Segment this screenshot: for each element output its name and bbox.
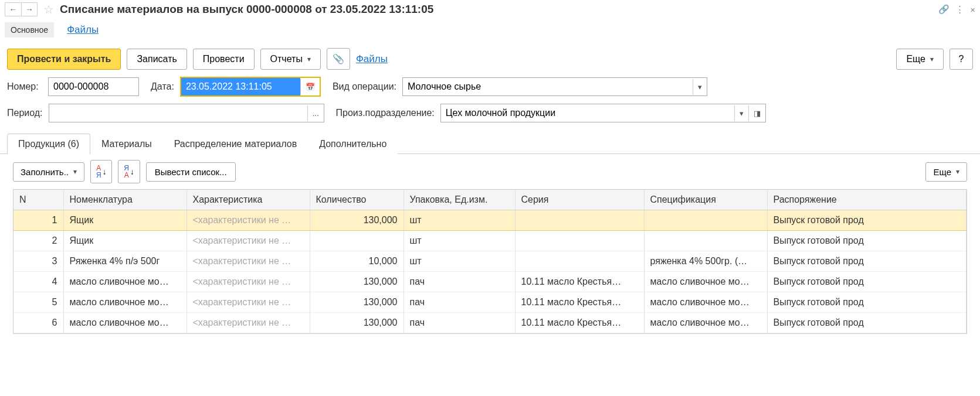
- cell-quantity: 130,000: [310, 210, 403, 231]
- cell-nomenclature: масло сливочное мо…: [63, 272, 186, 292]
- department-input[interactable]: [441, 104, 734, 122]
- paperclip-icon: 📎: [333, 53, 344, 64]
- number-label: Номер:: [7, 81, 42, 92]
- cell-quantity: [310, 231, 403, 251]
- cell-quantity: 130,000: [310, 313, 403, 333]
- cell-characteristic: <характеристики не …: [186, 231, 310, 251]
- tab-extra[interactable]: Дополнительно: [308, 134, 398, 154]
- table-row[interactable]: 6масло сливочное мо…<характеристики не ……: [13, 313, 967, 333]
- cell-unit: шт: [403, 251, 515, 272]
- files-link[interactable]: Файлы: [356, 53, 388, 65]
- cell-order: Выпуск готовой прод: [767, 251, 967, 272]
- cell-n: 2: [13, 231, 63, 251]
- products-table: N Номенклатура Характеристика Количество…: [13, 190, 967, 333]
- cell-series: 10.11 масло Крестья…: [515, 272, 644, 292]
- nav-back-button[interactable]: ←: [5, 2, 21, 16]
- post-and-close-button[interactable]: Провести и закрыть: [7, 49, 121, 70]
- cell-unit: пач: [403, 272, 515, 292]
- cell-quantity: 10,000: [310, 251, 403, 272]
- cell-unit: шт: [403, 210, 515, 231]
- operation-type-label: Вид операции:: [333, 81, 396, 92]
- star-icon[interactable]: ☆: [40, 2, 57, 16]
- cell-spec: масло сливочное мо…: [644, 313, 767, 333]
- cell-series: [515, 251, 644, 272]
- col-header-spec[interactable]: Спецификация: [644, 190, 767, 210]
- close-icon[interactable]: ×: [970, 5, 975, 15]
- cell-nomenclature: масло сливочное мо…: [63, 313, 186, 333]
- cell-quantity: 130,000: [310, 272, 403, 292]
- cell-spec: [644, 210, 767, 231]
- cell-nomenclature: масло сливочное мо…: [63, 292, 186, 313]
- open-icon: ◨: [754, 109, 761, 118]
- cell-characteristic: <характеристики не …: [186, 313, 310, 333]
- calendar-button[interactable]: 📅: [300, 79, 320, 95]
- tab-products[interactable]: Продукция (6): [7, 134, 90, 154]
- subnav-main[interactable]: Основное: [5, 22, 54, 37]
- col-header-unit[interactable]: Упаковка, Ед.изм.: [403, 190, 515, 210]
- cell-spec: масло сливочное мо…: [644, 292, 767, 313]
- cell-spec: масло сливочное мо…: [644, 272, 767, 292]
- table-row[interactable]: 4масло сливочное мо…<характеристики не ……: [13, 272, 967, 292]
- kebab-menu-icon[interactable]: ⋮: [955, 4, 964, 15]
- col-header-order[interactable]: Распоряжение: [767, 190, 967, 210]
- cell-series: 10.11 масло Крестья…: [515, 313, 644, 333]
- cell-n: 3: [13, 251, 63, 272]
- tab-distribution[interactable]: Распределение материалов: [163, 134, 308, 154]
- tab-materials[interactable]: Материалы: [90, 134, 163, 154]
- cell-n: 1: [13, 210, 63, 231]
- cell-nomenclature: Ряженка 4% п/э 500г: [63, 251, 186, 272]
- cell-order: Выпуск готовой прод: [767, 210, 967, 231]
- nav-forward-button[interactable]: →: [21, 2, 38, 16]
- save-button[interactable]: Записать: [127, 49, 186, 70]
- reports-button[interactable]: Отчеты: [260, 49, 321, 70]
- col-header-nomenclature[interactable]: Номенклатура: [63, 190, 186, 210]
- sort-desc-button[interactable]: ЯА↓: [118, 160, 140, 183]
- number-input[interactable]: [49, 78, 138, 95]
- operation-type-dropdown[interactable]: ▾: [693, 79, 707, 95]
- export-list-button[interactable]: Вывести список...: [146, 162, 236, 182]
- sort-asc-icon: АЯ: [96, 165, 101, 179]
- cell-characteristic: <характеристики не …: [186, 210, 310, 231]
- sort-asc-button[interactable]: АЯ↓: [90, 160, 112, 183]
- cell-n: 6: [13, 313, 63, 333]
- date-label: Дата:: [151, 81, 174, 92]
- department-open-button[interactable]: ◨: [748, 105, 765, 121]
- cell-characteristic: <характеристики не …: [186, 251, 310, 272]
- page-title: Списание материалов на выпуск 0000-00000…: [60, 3, 936, 16]
- cell-unit: пач: [403, 292, 515, 313]
- department-dropdown[interactable]: ▾: [734, 105, 748, 121]
- cell-characteristic: <характеристики не …: [186, 272, 310, 292]
- cell-order: Выпуск готовой прод: [767, 272, 967, 292]
- attach-button[interactable]: 📎: [327, 48, 350, 70]
- table-row[interactable]: 5масло сливочное мо…<характеристики не ……: [13, 292, 967, 313]
- cell-order: Выпуск готовой прод: [767, 231, 967, 251]
- cell-spec: [644, 231, 767, 251]
- operation-type-input[interactable]: [403, 78, 693, 95]
- cell-nomenclature: Ящик: [63, 231, 186, 251]
- col-header-n[interactable]: N: [13, 190, 63, 210]
- post-button[interactable]: Провести: [193, 49, 255, 70]
- table-more-button[interactable]: Еще: [925, 162, 967, 182]
- col-header-characteristic[interactable]: Характеристика: [186, 190, 310, 210]
- fill-button[interactable]: Заполнить..: [13, 162, 84, 182]
- table-row[interactable]: 3Ряженка 4% п/э 500г<характеристики не ……: [13, 251, 967, 272]
- period-select-button[interactable]: ...: [307, 105, 324, 121]
- period-input[interactable]: [49, 104, 307, 122]
- cell-n: 4: [13, 272, 63, 292]
- date-input[interactable]: 23.05.2022 13:11:05: [181, 78, 300, 95]
- cell-nomenclature: Ящик: [63, 210, 186, 231]
- cell-quantity: 130,000: [310, 292, 403, 313]
- subnav-files[interactable]: Файлы: [61, 21, 104, 39]
- col-header-quantity[interactable]: Количество: [310, 190, 403, 210]
- table-row[interactable]: 1Ящик<характеристики не …130,000штВыпуск…: [13, 210, 967, 231]
- table-row[interactable]: 2Ящик<характеристики не …штВыпуск готово…: [13, 231, 967, 251]
- cell-n: 5: [13, 292, 63, 313]
- col-header-series[interactable]: Серия: [515, 190, 644, 210]
- link-icon[interactable]: 🔗: [938, 4, 950, 15]
- more-button[interactable]: Еще: [896, 49, 944, 70]
- cell-order: Выпуск готовой прод: [767, 292, 967, 313]
- cell-unit: пач: [403, 313, 515, 333]
- period-label: Период:: [7, 108, 43, 118]
- help-button[interactable]: ?: [950, 49, 973, 70]
- cell-series: [515, 210, 644, 231]
